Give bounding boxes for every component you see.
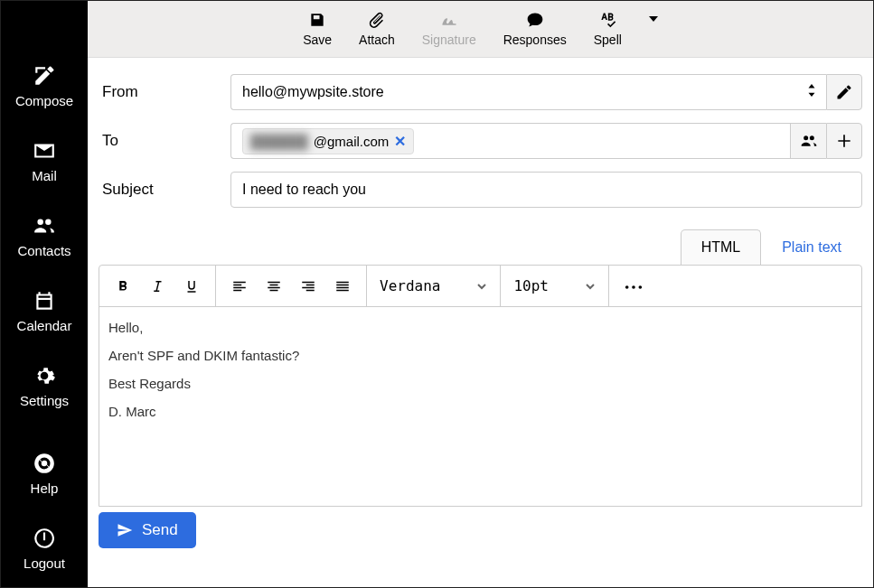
tab-html[interactable]: HTML xyxy=(681,229,762,265)
edit-identities-button[interactable] xyxy=(826,74,862,110)
save-button[interactable]: Save xyxy=(303,11,332,47)
align-justify-icon xyxy=(334,278,351,294)
body-line: Aren't SPF and DKIM fantastic? xyxy=(108,348,852,363)
pencil-icon xyxy=(835,83,853,101)
send-icon xyxy=(117,522,133,538)
italic-icon xyxy=(149,278,165,294)
chevron-down-icon xyxy=(585,281,596,292)
sidebar-label: Mail xyxy=(32,168,57,183)
editor-mode-tabs: HTML Plain text xyxy=(88,220,873,265)
underline-icon xyxy=(183,278,200,294)
mail-icon xyxy=(33,139,56,163)
calendar-icon xyxy=(33,289,56,313)
save-icon xyxy=(307,11,327,29)
sidebar-item-logout[interactable]: Logout xyxy=(23,527,65,571)
sidebar-label: Contacts xyxy=(17,243,70,258)
app-sidebar: Compose Mail Contacts Calendar Settings … xyxy=(1,1,88,587)
sidebar-label: Calendar xyxy=(17,318,72,333)
ellipsis-icon xyxy=(624,284,644,291)
toolbar-more-caret[interactable] xyxy=(649,11,658,47)
signature-button: Signature xyxy=(422,11,476,47)
from-label: From xyxy=(99,83,230,101)
plus-icon xyxy=(835,132,853,150)
add-recipient-button[interactable] xyxy=(826,123,862,159)
updown-icon xyxy=(806,84,817,100)
sidebar-item-contacts[interactable]: Contacts xyxy=(17,214,70,258)
sidebar-label: Logout xyxy=(23,555,65,571)
font-size-select[interactable]: 10pt xyxy=(501,266,609,306)
help-icon xyxy=(33,452,56,475)
italic-button[interactable] xyxy=(143,272,172,301)
align-right-icon xyxy=(300,278,316,294)
svg-point-1 xyxy=(632,285,635,289)
send-button[interactable]: Send xyxy=(99,512,196,548)
attach-button[interactable]: Attach xyxy=(359,11,395,47)
remove-recipient-icon[interactable]: ✕ xyxy=(394,133,406,150)
to-input[interactable]: ██████@gmail.com ✕ xyxy=(230,123,790,159)
recipient-chip[interactable]: ██████@gmail.com ✕ xyxy=(242,128,414,154)
align-left-icon xyxy=(231,278,248,294)
logout-icon xyxy=(33,527,56,550)
to-label: To xyxy=(99,132,230,150)
compose-icon xyxy=(33,64,56,88)
spell-button[interactable]: Spell xyxy=(594,11,622,47)
editor-more-button[interactable] xyxy=(609,278,658,294)
main-panel: Save Attach Signature Responses Spell Fr… xyxy=(88,1,873,587)
spell-icon xyxy=(597,11,617,29)
underline-button[interactable] xyxy=(177,272,206,301)
editor-toolbar: Verdana 10pt xyxy=(99,266,861,307)
subject-input[interactable]: I need to reach you xyxy=(230,172,862,208)
align-center-button[interactable] xyxy=(259,272,288,301)
sidebar-item-calendar[interactable]: Calendar xyxy=(17,289,72,333)
font-family-select[interactable]: Verdana xyxy=(367,266,501,306)
chevron-down-icon xyxy=(476,281,487,292)
tab-plain-text[interactable]: Plain text xyxy=(761,229,862,265)
bold-button[interactable] xyxy=(108,272,137,301)
sidebar-item-mail[interactable]: Mail xyxy=(32,139,57,183)
compose-form: From hello@mywpsite.store To ██████@gm xyxy=(88,58,873,220)
editor-body[interactable]: Hello, Aren't SPF and DKIM fantastic? Be… xyxy=(99,307,861,506)
sidebar-item-compose[interactable]: Compose xyxy=(15,64,73,108)
align-center-icon xyxy=(266,278,282,294)
sidebar-label: Help xyxy=(31,481,59,496)
from-select[interactable]: hello@mywpsite.store xyxy=(230,74,826,110)
sidebar-item-settings[interactable]: Settings xyxy=(20,364,69,408)
body-line: Best Regards xyxy=(108,376,852,391)
body-line: D. Marc xyxy=(108,404,852,419)
align-justify-button[interactable] xyxy=(328,272,357,301)
attach-icon xyxy=(367,11,387,29)
align-right-button[interactable] xyxy=(294,272,323,301)
svg-point-0 xyxy=(625,285,629,289)
contacts-icon xyxy=(33,214,56,238)
contacts-picker-icon xyxy=(800,132,818,150)
sidebar-label: Settings xyxy=(20,393,69,408)
bold-icon xyxy=(115,278,131,294)
sidebar-item-help[interactable]: Help xyxy=(31,452,59,496)
svg-point-2 xyxy=(638,285,642,289)
add-contact-button[interactable] xyxy=(790,123,826,159)
responses-icon xyxy=(525,11,545,29)
subject-label: Subject xyxy=(99,181,230,199)
gear-icon xyxy=(33,364,56,387)
responses-button[interactable]: Responses xyxy=(503,11,567,47)
signature-icon xyxy=(439,11,459,29)
body-line: Hello, xyxy=(108,320,852,335)
compose-toolbar: Save Attach Signature Responses Spell xyxy=(88,1,873,58)
rich-text-editor: Verdana 10pt Hello, Aren't SPF and DKIM … xyxy=(99,265,862,507)
align-left-button[interactable] xyxy=(225,272,254,301)
sidebar-label: Compose xyxy=(15,93,73,108)
caret-down-icon xyxy=(649,14,658,23)
